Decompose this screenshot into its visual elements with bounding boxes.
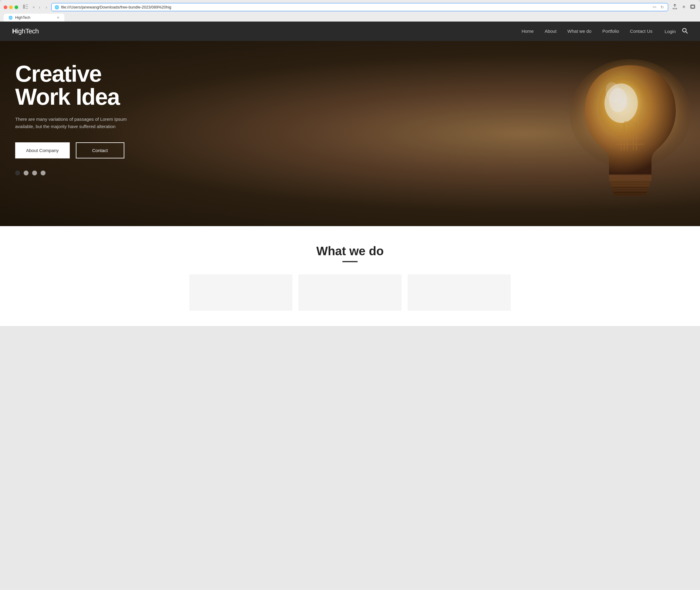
tab-label: HighTech bbox=[15, 15, 54, 20]
browser-chrome: ▾ ‹ › 🌐 file:///Users/janewang/Downloads… bbox=[0, 0, 700, 21]
section-underline bbox=[342, 261, 358, 262]
search-icon[interactable] bbox=[682, 28, 688, 35]
back-button[interactable]: ‹ bbox=[38, 4, 41, 10]
new-tab-button[interactable]: + bbox=[681, 3, 687, 11]
nav-item-contact-us[interactable]: Contact Us bbox=[630, 28, 653, 34]
login-link[interactable]: Login bbox=[665, 29, 676, 34]
card-3 bbox=[407, 274, 511, 311]
svg-rect-1 bbox=[25, 5, 28, 5]
hero-buttons: About Company Contact bbox=[15, 142, 167, 159]
minimize-button[interactable] bbox=[9, 5, 13, 9]
address-bar[interactable]: 🌐 file:///Users/janewang/Downloads/free-… bbox=[51, 3, 668, 11]
address-bar-text: file:///Users/janewang/Downloads/free-bu… bbox=[61, 5, 650, 9]
what-we-do-title: What we do bbox=[12, 244, 688, 258]
contact-button[interactable]: Contact bbox=[76, 142, 124, 159]
close-button[interactable] bbox=[4, 5, 7, 9]
site-logo[interactable]: HighTech bbox=[12, 27, 39, 35]
hero-content: Creative Work Idea There are many variat… bbox=[0, 41, 182, 197]
logo-h: H bbox=[12, 27, 17, 35]
sidebar-toggle-button[interactable] bbox=[21, 4, 30, 11]
forward-button[interactable]: › bbox=[44, 4, 48, 10]
svg-rect-3 bbox=[25, 8, 28, 9]
maximize-button[interactable] bbox=[15, 5, 18, 9]
navigation: HighTech Home About What we do Portfolio… bbox=[0, 21, 700, 41]
chevron-down-icon: ▾ bbox=[33, 5, 34, 9]
hero-dots bbox=[15, 171, 167, 175]
website-content: HighTech Home About What we do Portfolio… bbox=[0, 21, 700, 326]
nav-links: Home About What we do Portfolio Contact … bbox=[522, 28, 653, 34]
hero-title: Creative Work Idea bbox=[15, 62, 167, 108]
nav-right: Login bbox=[665, 28, 688, 35]
slide-dot-1[interactable] bbox=[15, 171, 20, 175]
nav-item-portfolio[interactable]: Portfolio bbox=[602, 28, 619, 34]
hero-subtitle: There are many variations of passages of… bbox=[15, 116, 142, 130]
browser-tab-bar: 🌐 HighTech ✕ bbox=[4, 14, 696, 21]
card-1 bbox=[189, 274, 293, 311]
tab-close-button[interactable]: ✕ bbox=[57, 16, 60, 20]
traffic-lights bbox=[4, 5, 18, 9]
active-tab[interactable]: 🌐 HighTech ✕ bbox=[4, 14, 64, 21]
hero-bulb-illustration bbox=[548, 47, 700, 220]
slide-dot-2[interactable] bbox=[24, 171, 28, 175]
cards-row bbox=[12, 274, 688, 317]
card-2 bbox=[299, 274, 401, 311]
browser-toolbar-right: + bbox=[671, 3, 696, 11]
svg-rect-15 bbox=[609, 175, 652, 181]
nav-item-about[interactable]: About bbox=[545, 28, 557, 34]
svg-text:AA: AA bbox=[653, 5, 656, 8]
share-button[interactable] bbox=[671, 3, 679, 11]
logo-text: ighTech bbox=[17, 27, 38, 35]
svg-rect-2 bbox=[25, 6, 28, 7]
svg-point-7 bbox=[683, 28, 686, 32]
globe-icon: 🌐 bbox=[54, 5, 59, 9]
tabs-overview-button[interactable] bbox=[689, 4, 696, 11]
refresh-button[interactable]: ↻ bbox=[660, 5, 665, 10]
slide-dot-3[interactable] bbox=[32, 171, 37, 175]
browser-titlebar: ▾ ‹ › 🌐 file:///Users/janewang/Downloads… bbox=[4, 3, 696, 11]
address-bar-actions: AA ↻ bbox=[652, 5, 665, 10]
nav-item-home[interactable]: Home bbox=[522, 28, 534, 34]
svg-rect-0 bbox=[23, 5, 25, 9]
hero-section: Creative Work Idea There are many variat… bbox=[0, 41, 700, 226]
svg-line-8 bbox=[686, 31, 688, 33]
svg-rect-6 bbox=[691, 5, 694, 8]
translate-icon[interactable]: AA bbox=[652, 5, 659, 10]
svg-rect-16 bbox=[610, 181, 650, 187]
about-company-button[interactable]: About Company bbox=[15, 142, 70, 159]
nav-item-what-we-do[interactable]: What we do bbox=[568, 28, 591, 34]
tab-favicon: 🌐 bbox=[8, 16, 13, 20]
what-we-do-section: What we do bbox=[0, 226, 700, 326]
slide-dot-4[interactable] bbox=[41, 171, 45, 175]
